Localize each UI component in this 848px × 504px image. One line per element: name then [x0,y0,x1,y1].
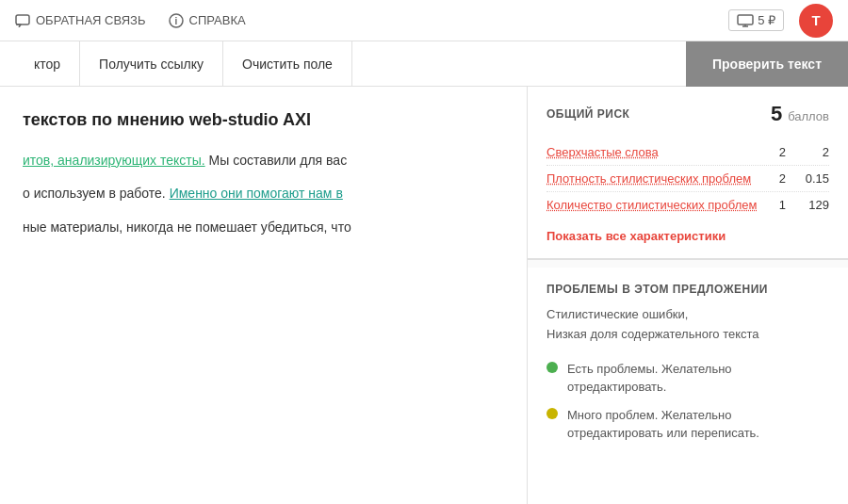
paragraph-2-start: о используем в работе. [23,186,166,201]
legend-list: Есть проблемы. Желательно отредактироват… [546,360,829,443]
main-content: текстов по мнению web-studio AXI итов, а… [0,87,848,504]
feedback-nav-item[interactable]: ОБРАТНАЯ СВЯЗЬ [15,13,146,28]
user-initial: Т [811,12,820,28]
text-panel[interactable]: текстов по мнению web-studio AXI итов, а… [0,87,528,504]
metric-val2: 129 [801,198,829,212]
paragraph-3: ные материалы, никогда не помешает убеди… [23,217,504,239]
show-all-link[interactable]: Показать все характеристики [546,229,726,243]
risk-score: 5 баллов [771,102,829,126]
content-heading: текстов по мнению web-studio AXI [23,106,504,135]
legend-text: Много проблем. Желательно отредактироват… [567,406,829,443]
clear-button[interactable]: Очистить поле [223,41,352,87]
feedback-icon [15,13,30,28]
top-nav-left: ОБРАТНАЯ СВЯЗЬ i СПРАВКА [15,13,246,28]
check-text-button[interactable]: Проверить текст [686,41,848,87]
paragraph-2: о используем в работе. Именно они помога… [23,183,504,205]
paragraph-1: итов, анализирующих тексты. Мы составили… [23,150,504,172]
help-label: СПРАВКА [189,13,246,27]
metric-name[interactable]: Сверхчастые слова [546,145,758,159]
text-content: текстов по мнению web-studio AXI итов, а… [23,106,504,239]
metrics-list: Сверхчастые слова 2 2 Плотность стилисти… [546,139,829,218]
monitor-icon [737,14,754,27]
risk-section: ОБЩИЙ РИСК 5 баллов Сверхчастые слова 2 … [528,87,848,260]
metric-name[interactable]: Плотность стилистических проблем [546,171,758,186]
metric-val1: 2 [758,145,786,159]
feedback-label: ОБРАТНАЯ СВЯЗЬ [36,13,146,27]
legend-text: Есть проблемы. Желательно отредактироват… [567,360,829,397]
problems-title: ПРОБЛЕМЫ В ЭТОМ ПРЕДЛОЖЕНИИ [546,283,829,296]
risk-header: ОБЩИЙ РИСК 5 баллов [546,102,829,126]
top-nav: ОБРАТНАЯ СВЯЗЬ i СПРАВКА 5 ₽ Т [0,0,848,41]
risk-title: ОБЩИЙ РИСК [546,107,629,121]
metric-row: Плотность стилистических проблем 2 0.15 [546,166,829,192]
get-link-button[interactable]: Получить ссылку [80,41,223,87]
help-nav-item[interactable]: i СПРАВКА [169,13,246,28]
right-panel: ОБЩИЙ РИСК 5 баллов Сверхчастые слова 2 … [528,87,848,504]
risk-score-label: баллов [788,109,829,123]
metric-val2: 2 [801,145,829,159]
user-avatar[interactable]: Т [799,4,833,38]
credits-value: 5 ₽ [758,13,775,27]
legend-dot [546,408,558,419]
svg-rect-0 [16,15,29,24]
metric-row: Количество стилистических проблем 1 129 [546,192,829,218]
metric-values: 2 0.15 [758,171,829,186]
problems-text: Стилистические ошибки,Низкая доля содерж… [546,305,829,345]
problems-section: ПРОБЛЕМЫ В ЭТОМ ПРЕДЛОЖЕНИИ Стилистическ… [528,268,848,504]
toolbar: ктор Получить ссылку Очистить поле Прове… [0,41,848,87]
metric-row: Сверхчастые слова 2 2 [546,139,829,166]
metric-val1: 2 [758,171,786,186]
credits-badge[interactable]: 5 ₽ [728,9,784,31]
legend-dot [546,362,558,373]
highlight-teal-1: Именно они помогают нам в [170,186,343,201]
metric-name[interactable]: Количество стилистических проблем [546,198,758,212]
svg-text:i: i [174,16,177,26]
legend-item: Много проблем. Желательно отредактироват… [546,406,829,443]
top-nav-right: 5 ₽ Т [728,4,833,38]
metric-values: 2 2 [758,145,829,159]
risk-number: 5 [771,102,782,126]
metric-val2: 0.15 [801,171,829,186]
svg-rect-3 [738,15,753,24]
legend-item: Есть проблемы. Желательно отредактироват… [546,360,829,397]
selector-button[interactable]: ктор [15,41,80,87]
highlight-green-1: итов, анализирующих тексты. [23,153,205,168]
paragraph-1-rest: Мы составили для вас [209,153,348,168]
metric-values: 1 129 [758,198,829,212]
metric-val1: 1 [758,198,786,212]
info-icon: i [169,13,184,28]
